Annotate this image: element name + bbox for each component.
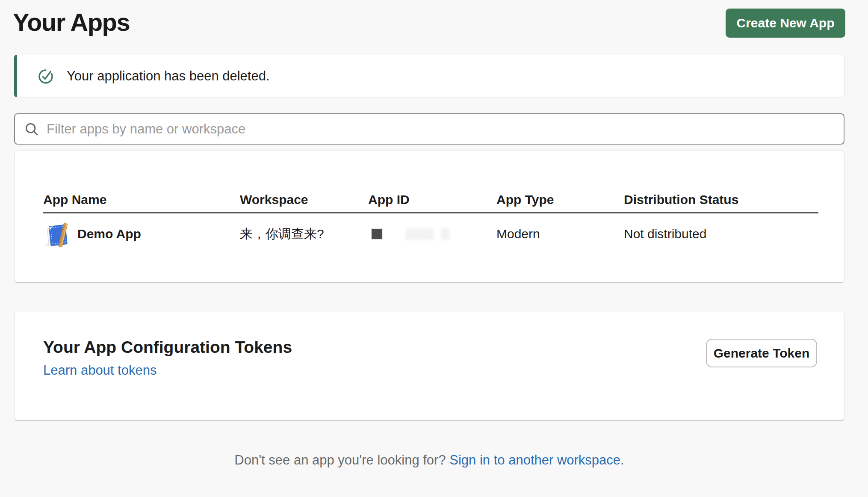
column-app-name: App Name (43, 192, 240, 207)
footer-suffix: . (620, 453, 624, 467)
column-app-type: App Type (496, 192, 624, 207)
workspace-name: 来，你调查来? (240, 225, 368, 243)
search-icon (24, 121, 40, 137)
generate-token-button[interactable]: Generate Token (706, 339, 817, 367)
footer: Don't see an app you're looking for? Sig… (14, 451, 844, 469)
column-workspace: Workspace (240, 192, 368, 207)
tokens-card: Your App Configuration Tokens Learn abou… (14, 311, 844, 421)
learn-about-tokens-link[interactable]: Learn about tokens (43, 363, 156, 378)
column-app-id: App ID (368, 192, 496, 207)
check-circle-icon (37, 67, 55, 85)
filter-apps-input[interactable] (46, 114, 835, 144)
app-icon (43, 221, 70, 247)
distribution-status: Not distributed (624, 227, 818, 241)
app-type: Modern (496, 227, 624, 241)
app-id-cell (368, 228, 496, 240)
app-name[interactable]: Demo App (77, 227, 141, 241)
success-alert: Your application has been deleted. (14, 55, 844, 97)
create-new-app-button[interactable]: Create New App (726, 9, 845, 38)
app-id-redacted-blur (441, 228, 449, 240)
table-row[interactable]: Demo App 来，你调查来? Modern Not distributed (43, 213, 818, 254)
app-id-redacted-blur (406, 228, 434, 240)
apps-table-card: App Name Workspace App ID App Type Distr… (14, 151, 844, 283)
page-title: Your Apps (13, 8, 130, 36)
apps-table-header: App Name Workspace App ID App Type Distr… (43, 187, 818, 213)
sign-in-another-workspace-link[interactable]: Sign in to another workspace (449, 453, 620, 467)
column-distribution-status: Distribution Status (624, 192, 818, 207)
tokens-title: Your App Configuration Tokens (43, 338, 818, 357)
alert-message: Your application has been deleted. (67, 68, 270, 84)
app-id-redacted-block (372, 229, 382, 239)
footer-prompt: Don't see an app you're looking for? (234, 453, 446, 467)
your-apps-page: Your Apps Create New App Your applicatio… (0, 0, 868, 497)
filter-apps-container (14, 113, 844, 145)
